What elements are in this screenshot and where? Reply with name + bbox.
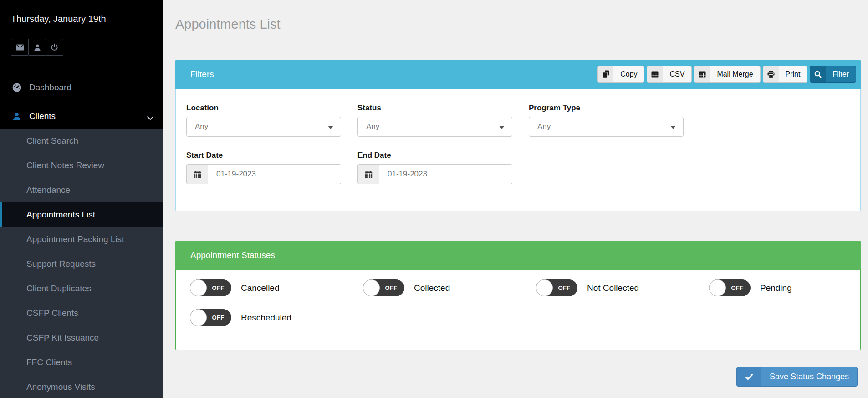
location-label: Location [186,103,341,113]
sidebar-item-clients[interactable]: Clients [0,105,163,128]
caret-down-icon [670,126,676,129]
toggle-knob [536,279,553,296]
toggle-item-collected: OFF Collected [363,279,536,296]
dashboard-icon [11,83,23,92]
filters-panel: Filters Copy CSV [175,60,861,211]
start-date-group [186,164,341,184]
print-icon [763,66,779,82]
sidebar-item-label: Clients [29,111,56,121]
toggle-state: OFF [380,279,403,296]
program-type-select[interactable]: Any [529,117,684,137]
not-collected-toggle[interactable]: OFF [536,279,577,296]
status-select[interactable]: Any [357,117,512,137]
caret-down-icon [328,126,333,129]
statuses-panel-title: Appointment Statuses [190,250,275,260]
toggle-item-cancelled: OFF Cancelled [190,279,363,296]
cancelled-toggle[interactable]: OFF [190,279,231,296]
calendar-icon [186,164,208,184]
status-select-value: Any [366,122,379,131]
mail-button[interactable] [11,39,29,56]
toggle-label: Not Collected [587,283,639,293]
program-type-label: Program Type [529,103,684,113]
end-date-input[interactable] [379,164,512,184]
sidebar-quick-actions [11,39,63,56]
statuses-panel: Appointment Statuses OFF Cancelled OFF C… [175,241,861,350]
sidebar-item-attendance[interactable]: Attendance [0,178,163,202]
location-select[interactable]: Any [186,117,341,137]
sidebar-item-anonymous-visits[interactable]: Anonymous Visits [0,375,163,398]
sidebar: Thursday, January 19th [0,0,163,398]
envelope-icon [16,44,24,51]
copy-button[interactable]: Copy [597,66,644,83]
user-icon [34,44,41,51]
toggle-item-pending: OFF Pending [709,279,868,296]
filters-panel-title: Filters [190,69,214,79]
start-date-input[interactable] [208,164,341,184]
table-icon [694,66,710,82]
statuses-panel-body: OFF Cancelled OFF Collected OFF [175,270,861,350]
sidebar-item-client-notes-review[interactable]: Client Notes Review [0,153,163,178]
save-status-changes-button[interactable]: Save Status Changes [736,367,858,387]
sidebar-item-ffc-clients[interactable]: FFC Clients [0,350,163,375]
collected-toggle[interactable]: OFF [363,279,404,296]
chevron-down-icon [147,113,154,123]
power-icon [51,43,58,51]
toggle-label: Rescheduled [241,313,291,323]
toggle-state: OFF [207,309,230,326]
sidebar-item-client-search[interactable]: Client Search [0,129,163,153]
sidebar-item-label: Dashboard [29,83,71,93]
copy-button-label: Copy [613,66,644,82]
sidebar-item-appointment-packing-list[interactable]: Appointment Packing List [0,227,163,252]
sidebar-item-appointments-list[interactable]: Appointments List [0,202,163,227]
statuses-panel-heading: Appointment Statuses [175,241,861,270]
search-icon [810,66,826,82]
toggle-label: Collected [414,283,450,293]
copy-icon [598,66,613,82]
sidebar-item-csfp-kit-issuance[interactable]: CSFP Kit Issuance [0,326,163,350]
filters-toolbar: Copy CSV Mail Merge [597,66,856,83]
csv-button-label: CSV [663,66,691,82]
print-button[interactable]: Print [763,66,808,83]
toggle-knob [190,279,207,296]
filters-panel-heading: Filters Copy CSV [175,60,861,89]
mail-merge-button[interactable]: Mail Merge [694,66,760,83]
clients-submenu: Client Search Client Notes Review Attend… [0,129,163,398]
filter-button-label: Filter [826,66,856,82]
toggle-state: OFF [553,279,576,296]
rescheduled-toggle[interactable]: OFF [190,309,231,326]
toggle-item-rescheduled: OFF Rescheduled [190,309,363,326]
sidebar-date: Thursday, January 19th [11,14,106,24]
end-date-group [357,164,512,184]
toggle-label: Cancelled [241,283,280,293]
user-button[interactable] [28,39,46,56]
table-icon [647,66,663,82]
app-root: Thursday, January 19th [0,0,868,398]
toggle-state: OFF [207,279,230,296]
sidebar-item-support-requests[interactable]: Support Requests [0,252,163,276]
pending-toggle[interactable]: OFF [709,279,751,296]
toggle-state: OFF [726,279,749,296]
toggle-knob [709,279,726,296]
toggle-item-not-collected: OFF Not Collected [536,279,709,296]
start-date-label: Start Date [186,151,341,160]
status-label: Status [357,103,512,113]
logout-button[interactable] [46,39,63,56]
toggle-label: Pending [760,283,792,293]
sidebar-item-csfp-clients[interactable]: CSFP Clients [0,301,163,326]
calendar-icon [357,164,379,184]
page-title: Appointments List [175,17,281,32]
sidebar-item-client-duplicates[interactable]: Client Duplicates [0,276,163,301]
check-icon [737,367,761,386]
filters-panel-body: Location Any Status Any Program Type [175,89,861,211]
program-type-select-value: Any [537,122,551,131]
caret-down-icon [499,126,505,129]
csv-button[interactable]: CSV [647,66,692,83]
sidebar-item-dashboard[interactable]: Dashboard [0,76,163,99]
mail-merge-button-label: Mail Merge [710,66,760,82]
end-date-label: End Date [357,151,512,160]
filter-button[interactable]: Filter [810,66,856,83]
print-button-label: Print [779,66,807,82]
save-button-label: Save Status Changes [761,367,857,386]
clients-icon [11,112,23,121]
toggle-knob [363,279,380,296]
